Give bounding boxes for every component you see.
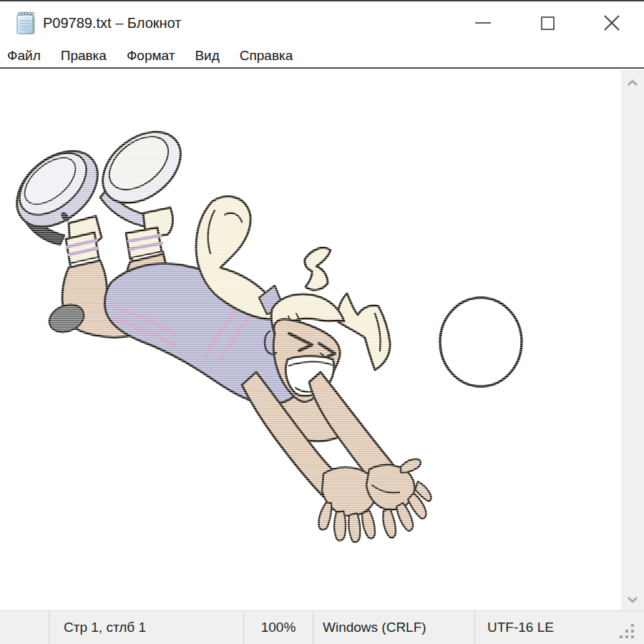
window-controls	[451, 1, 644, 44]
status-encoding: UTF-16 LE	[474, 611, 644, 644]
chevron-up-icon	[627, 79, 638, 86]
volleyball-player-illustration	[0, 70, 621, 612]
close-button[interactable]	[580, 1, 644, 44]
window-title: P09789.txt – Блокнот	[43, 15, 181, 31]
menu-edit[interactable]: Правка	[51, 48, 117, 64]
minimize-icon	[475, 22, 491, 24]
status-bar: Стр 1, стлб 1 100% Windows (CRLF) UTF-16…	[0, 610, 644, 644]
maximize-icon	[541, 16, 555, 30]
scroll-down-button[interactable]	[621, 590, 644, 609]
maximize-button[interactable]	[515, 1, 580, 44]
status-cursor-position: Стр 1, стлб 1	[49, 611, 243, 644]
menu-view[interactable]: Вид	[185, 48, 229, 64]
menu-format[interactable]: Формат	[117, 48, 185, 64]
notepad-icon	[15, 11, 36, 35]
status-cell-empty	[0, 611, 49, 644]
chevron-down-icon	[627, 597, 638, 603]
vertical-scrollbar[interactable]	[621, 70, 644, 612]
status-line-endings: Windows (CRLF)	[313, 611, 474, 644]
status-encoding-label: UTF-16 LE	[487, 620, 554, 635]
close-icon	[603, 14, 620, 31]
menu-help[interactable]: Справка	[230, 48, 303, 64]
menu-bar: Файл Правка Формат Вид Справка	[0, 44, 644, 69]
status-zoom-level: 100%	[243, 611, 313, 644]
text-editor-area[interactable]	[0, 70, 621, 612]
menu-file[interactable]: Файл	[7, 48, 51, 64]
titlebar: P09789.txt – Блокнот	[0, 1, 644, 44]
resize-grip-icon[interactable]	[620, 623, 637, 641]
scroll-up-button[interactable]	[621, 73, 644, 92]
minimize-button[interactable]	[451, 1, 515, 44]
notepad-window: { "window": { "title": "P09789.txt – Бло…	[0, 0, 644, 644]
scanline-overlay	[0, 70, 621, 612]
